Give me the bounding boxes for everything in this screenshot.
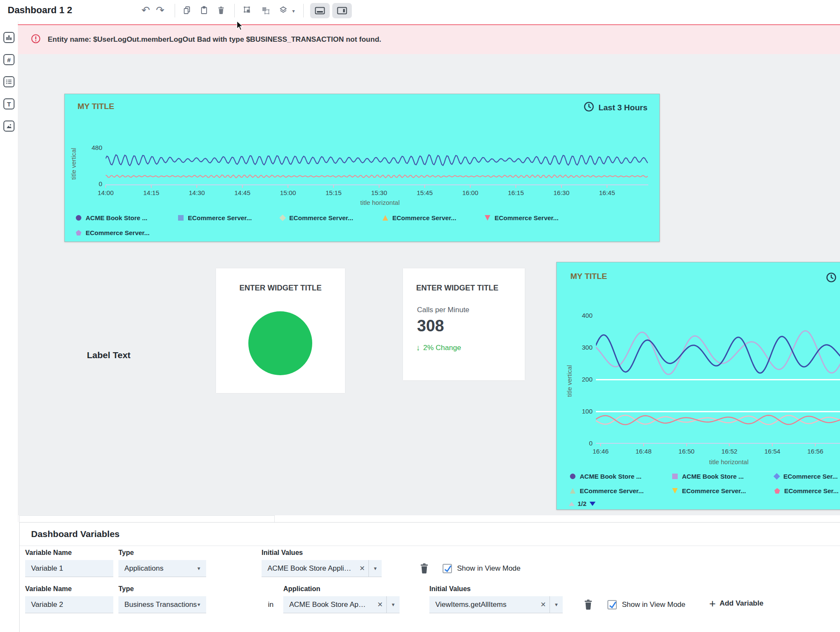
legend-label: ECommerce Server... [392, 214, 456, 221]
legend-label: ACME Book Store ... [580, 473, 642, 480]
tick-label: 16:15 [506, 185, 525, 196]
chevron-down-icon[interactable]: ▾ [550, 601, 563, 608]
clear-icon[interactable]: ✕ [374, 600, 386, 609]
clock-icon[interactable] [826, 272, 837, 285]
image-widget-icon[interactable] [3, 121, 14, 132]
legend-item[interactable]: ECommerce Server... [178, 214, 280, 221]
text-widget-icon[interactable]: T [3, 98, 14, 109]
y-axis-title: title vertical [70, 148, 77, 180]
legend-label: ACME Book Store ... [86, 214, 147, 221]
pager-up-icon[interactable] [569, 502, 575, 506]
ungroup-icon[interactable] [261, 6, 271, 16]
redo-icon[interactable]: ↷ [155, 6, 165, 16]
dashboard-title: Dashboard 1 2 [8, 5, 72, 16]
application-label: Application [283, 585, 320, 593]
legend-item[interactable]: ACME Book Store ... [672, 473, 774, 480]
diamond-marker-icon [279, 215, 286, 221]
y-axis-ticks: 4800 [82, 144, 102, 188]
chart-widget-icon[interactable] [3, 32, 14, 43]
legend-item[interactable]: ECommerce Server... [485, 214, 587, 221]
tick-label: 16:50 [677, 444, 696, 455]
tick-label: 14:45 [233, 185, 252, 196]
legend-item[interactable]: ACME Book Store ... [570, 473, 672, 480]
list-widget-icon[interactable] [3, 76, 14, 87]
line-chart [106, 149, 648, 186]
initial-values-combo[interactable]: ViewItems.getAllItems ✕ ▾ [429, 596, 563, 613]
variable-name-input[interactable] [25, 560, 113, 577]
health-status-circle [248, 311, 312, 375]
initial-values-combo[interactable]: ACME Book Store Applicat... ✕ ▾ [262, 560, 382, 577]
triangle-up-marker-icon [383, 215, 388, 221]
application-combo[interactable]: ACME Book Store Applicat... ✕ ▾ [283, 596, 400, 613]
panel-divider [20, 546, 840, 546]
delete-variable-icon[interactable] [583, 599, 593, 612]
time-range[interactable]: Last 3 Hours [583, 101, 647, 115]
legend-item[interactable]: ECommerce Server... [570, 487, 672, 494]
delete-variable-icon[interactable] [419, 563, 429, 576]
panel-right-toggle[interactable] [332, 3, 352, 18]
chevron-down-icon[interactable]: ▾ [369, 565, 382, 572]
legend-item[interactable]: ECommerce Ser... [774, 473, 840, 480]
type-label: Type [118, 585, 134, 593]
show-in-view-mode-checkbox[interactable] [607, 600, 617, 609]
variable-name-input[interactable] [25, 596, 113, 613]
paste-icon[interactable] [199, 6, 210, 16]
layers-caret-icon[interactable]: ▾ [292, 8, 295, 14]
type-select-value: Business Transactions [124, 600, 197, 609]
error-banner: Entity name: $UserLogOut.memberLogOut Ba… [18, 24, 840, 54]
tick-label: 16:48 [634, 444, 653, 455]
panel-bottom-toggle[interactable] [310, 3, 330, 18]
legend-item[interactable]: ACME Book Store ... [76, 214, 178, 221]
copy-icon[interactable] [182, 6, 193, 16]
pager-down-icon[interactable] [590, 502, 595, 506]
application-value: ACME Book Store Applicat... [283, 600, 374, 609]
time-range-label: Last 3 Hours [598, 103, 647, 112]
circle-marker-icon [570, 474, 575, 479]
undo-icon[interactable]: ↶ [141, 6, 151, 16]
group-icon[interactable] [243, 6, 253, 16]
metric-widget-icon[interactable]: # [3, 54, 14, 65]
down-arrow-icon: ↓ [416, 343, 420, 353]
clear-icon[interactable]: ✕ [356, 564, 368, 572]
dashboard-variables-panel: Dashboard Variables Variable Name Type A… [19, 522, 840, 632]
legend-item[interactable]: ECommerce Server... [76, 229, 178, 236]
label-widget[interactable]: Label Text [87, 350, 130, 360]
legend-item[interactable]: ECommerce Ser... [774, 487, 840, 494]
chevron-down-icon: ▾ [197, 601, 200, 608]
chart-legend-row-1: ACME Book Store ...ECommerce Server...EC… [76, 214, 587, 221]
toolbar-separator [303, 4, 304, 17]
error-message: Entity name: $UserLogOut.memberLogOut Ba… [48, 35, 381, 44]
tick-label: 15:30 [370, 185, 388, 196]
diamond-marker-icon [774, 473, 780, 480]
type-select[interactable]: Applications ▾ [118, 560, 206, 577]
timeseries-widget-1[interactable]: MY TITLE Last 3 Hours title vertical 480… [64, 94, 660, 242]
x-axis-ticks: 14:0014:1514:3014:4515:0015:1515:3015:45… [96, 185, 616, 196]
widget-title: ENTER WIDGET TITLE [416, 284, 498, 293]
canvas-scrollbar[interactable] [19, 515, 275, 522]
delete-icon[interactable] [216, 6, 227, 16]
widget-title: ENTER WIDGET TITLE [216, 284, 345, 293]
error-icon [31, 34, 41, 46]
legend-label: ACME Book Store ... [682, 473, 744, 480]
health-widget[interactable]: ENTER WIDGET TITLE [216, 268, 345, 393]
add-variable-button[interactable]: + Add Variable [709, 598, 763, 609]
legend-label: ECommerce Server... [495, 214, 558, 221]
chevron-down-icon[interactable]: ▾ [387, 601, 400, 608]
layers-icon[interactable] [279, 6, 289, 16]
clear-icon[interactable]: ✕ [537, 600, 549, 609]
variable-name-label: Variable Name [25, 585, 72, 593]
type-select[interactable]: Business Transactions ▾ [118, 596, 206, 613]
legend-item[interactable]: ECommerce Server... [672, 487, 774, 494]
x-axis-ticks: 16:4616:4816:5016:5216:5416:56 [591, 444, 825, 455]
legend-item[interactable]: ECommerce Server... [383, 214, 485, 221]
x-axis-title: title horizontal [320, 199, 440, 206]
tick-label: 15:45 [415, 185, 434, 196]
show-in-view-mode-checkbox[interactable] [443, 564, 452, 573]
metric-widget[interactable]: ENTER WIDGET TITLE Calls per Minute 308 … [403, 268, 525, 380]
chevron-down-icon: ▾ [197, 565, 200, 572]
tick-label: 14:30 [187, 185, 206, 196]
tick-label: 14:00 [96, 185, 115, 196]
legend-item[interactable]: ECommerce Server... [280, 214, 383, 221]
timeseries-widget-2[interactable]: MY TITLE title vertical 4003002001000 16… [556, 262, 840, 510]
legend-label: ECommerce Server... [188, 214, 252, 221]
